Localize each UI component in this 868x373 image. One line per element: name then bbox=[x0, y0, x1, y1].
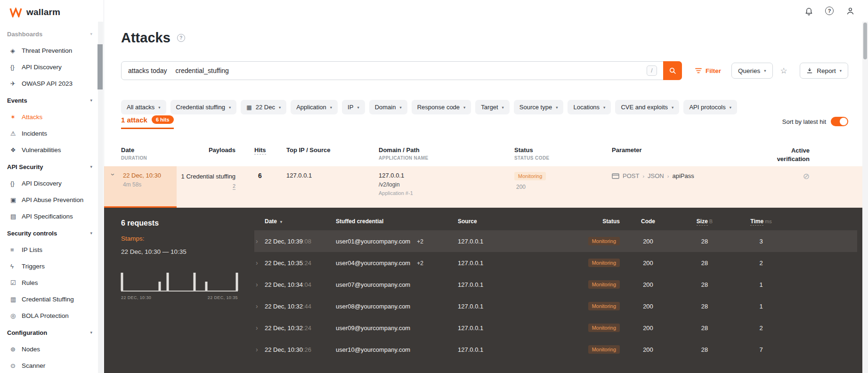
filter-chip[interactable]: Credential stuffing ▾ bbox=[170, 100, 237, 114]
expand-chevron-icon[interactable]: › bbox=[254, 324, 265, 332]
col-size[interactable]: SizeB bbox=[676, 218, 733, 225]
search-button[interactable] bbox=[663, 61, 682, 80]
request-code: 200 bbox=[620, 303, 676, 310]
filter-chip[interactable]: IP ▾ bbox=[342, 100, 365, 114]
request-row[interactable]: › 22 Dec, 10:35:24 user04@yourcompany.co… bbox=[254, 252, 857, 274]
sidebar-item[interactable]: ϟ Triggers ▾ bbox=[0, 258, 104, 275]
request-date: 22 Dec, 10:32:44 bbox=[265, 303, 336, 310]
sidebar-item[interactable]: ⊙ Scanner ▾ bbox=[0, 357, 104, 373]
help-icon[interactable]: ? bbox=[825, 6, 834, 16]
filter-chip[interactable]: API protocols ▾ bbox=[683, 100, 737, 114]
expand-chevron-icon[interactable]: › bbox=[254, 302, 265, 310]
attack-row[interactable]: › 22 Dec, 10:30 4m 58s 1 Credential stuf… bbox=[104, 166, 868, 208]
sidebar-item[interactable]: ◈ Threat Prevention ▾ bbox=[0, 42, 104, 59]
filter-chip[interactable]: ▦ 22 Dec ▾ bbox=[241, 100, 286, 114]
filter-chip[interactable]: Locations ▾ bbox=[568, 100, 611, 114]
filter-chip[interactable]: CVE and exploits ▾ bbox=[615, 100, 679, 114]
scanner-icon: ⊙ bbox=[10, 362, 22, 369]
page-help-icon[interactable]: ? bbox=[177, 34, 185, 42]
attack-top-ip: 127.0.0.1 bbox=[286, 172, 312, 179]
brand[interactable]: wallarm bbox=[0, 0, 104, 24]
sidebar-item[interactable]: ⊚ Nodes ▾ bbox=[0, 341, 104, 357]
filter-chip[interactable]: Source type ▾ bbox=[514, 100, 564, 114]
filter-chip-label: Response code bbox=[417, 104, 460, 111]
col-time[interactable]: Timems bbox=[733, 218, 789, 225]
sidebar-item[interactable]: {} API Discovery ▾ bbox=[0, 59, 104, 75]
stamps-link[interactable]: Stamps: bbox=[121, 235, 145, 242]
sidebar-item[interactable]: ❖ Vulnerabilities ▾ bbox=[0, 142, 104, 158]
request-size: 28 bbox=[676, 324, 733, 332]
sidebar-item[interactable]: ⚠ Incidents ▾ bbox=[0, 125, 104, 142]
sort-label: Sort by latest hit bbox=[782, 118, 826, 125]
page-scrollbar[interactable] bbox=[862, 22, 868, 373]
request-row[interactable]: › 22 Dec, 10:34:04 user07@yourcompany.co… bbox=[254, 274, 857, 295]
filter-chip[interactable]: All attacks ▾ bbox=[121, 100, 166, 114]
paper-plane-icon: ✈ bbox=[10, 80, 22, 87]
request-code: 200 bbox=[620, 324, 676, 332]
notifications-bell-icon[interactable] bbox=[804, 6, 813, 16]
sidebar-item[interactable]: ☑ Rules ▾ bbox=[0, 275, 104, 291]
search-token-1: attacks today bbox=[128, 67, 167, 74]
sidebar-item-label: Triggers bbox=[22, 263, 45, 270]
sidebar-item[interactable]: Security controls ▾ bbox=[0, 225, 104, 242]
request-row[interactable]: › 22 Dec, 10:32:44 user08@yourcompany.co… bbox=[254, 295, 857, 317]
collapse-chevron-icon[interactable]: › bbox=[109, 173, 117, 176]
attack-detail-panel: 6 requests Stamps: 22 Dec, 10:30 — 10:35… bbox=[104, 208, 868, 373]
request-row[interactable]: › 22 Dec, 10:39:08 user01@yourcompany.co… bbox=[254, 230, 857, 252]
sidebar-item[interactable]: Configuration ▾ bbox=[0, 324, 104, 341]
filter-chip-label: CVE and exploits bbox=[621, 104, 668, 111]
report-button[interactable]: Report ▾ bbox=[800, 63, 848, 79]
attack-date: 22 Dec, 10:30 bbox=[123, 172, 161, 179]
page-scrollbar-thumb[interactable] bbox=[863, 23, 867, 59]
expand-chevron-icon[interactable]: › bbox=[254, 259, 265, 267]
filter-button[interactable]: Filter bbox=[695, 67, 721, 74]
expand-chevron-icon[interactable]: › bbox=[254, 237, 265, 245]
col-request-date[interactable]: Date▼ bbox=[265, 218, 336, 225]
request-credential: user07@yourcompany.com bbox=[336, 281, 458, 288]
filter-chip[interactable]: Application ▾ bbox=[291, 100, 338, 114]
sidebar-item[interactable]: ✈ OWASP API 2023 ▾ bbox=[0, 75, 104, 92]
expand-chevron-icon[interactable]: › bbox=[254, 346, 265, 353]
search-input[interactable]: attacks today credential_stuffing / bbox=[121, 61, 682, 80]
request-row[interactable]: › 22 Dec, 10:30:26 user10@yourcompany.co… bbox=[254, 339, 857, 360]
sidebar-item[interactable]: ▥ Credential Stuffing ▾ bbox=[0, 291, 104, 308]
filter-chip-label: IP bbox=[348, 104, 353, 111]
sidebar-item[interactable]: ◎ BOLA Protection ▾ bbox=[0, 308, 104, 324]
sidebar-item[interactable]: ≡ IP Lists ▾ bbox=[0, 242, 104, 258]
user-icon[interactable] bbox=[845, 6, 855, 16]
sidebar-item-label: Nodes bbox=[22, 346, 40, 353]
sidebar-item-label: Events bbox=[7, 97, 27, 104]
request-time: 7 bbox=[733, 346, 789, 353]
topbar: ? bbox=[804, 6, 855, 16]
sidebar-item[interactable]: API Security ▾ bbox=[0, 158, 104, 175]
chevron-down-icon: ▾ bbox=[672, 105, 673, 110]
more-credentials-badge[interactable]: +2 bbox=[417, 260, 423, 267]
sidebar-item[interactable]: {} API Discovery ▾ bbox=[0, 175, 104, 192]
filter-chip[interactable]: Response code ▾ bbox=[412, 100, 471, 114]
sidebar-item-label: Rules bbox=[22, 279, 38, 286]
sidebar-item[interactable]: Events ▾ bbox=[0, 92, 104, 109]
sidebar-item[interactable]: ▤ API Specifications ▾ bbox=[0, 208, 104, 225]
attack-count-tab[interactable]: 1 attack 6 hits bbox=[121, 115, 174, 129]
favorite-star-icon[interactable]: ☆ bbox=[780, 66, 787, 76]
attack-hits: 6 bbox=[253, 172, 267, 179]
request-row[interactable]: › 22 Dec, 10:32:24 user09@yourcompany.co… bbox=[254, 317, 857, 339]
sidebar-scrollbar-thumb[interactable] bbox=[97, 44, 103, 89]
queries-dropdown[interactable]: Queries ▾ bbox=[731, 63, 773, 79]
sidebar-scrollbar[interactable] bbox=[98, 22, 103, 373]
payload-count[interactable]: 2 bbox=[233, 183, 235, 190]
request-time: 3 bbox=[733, 238, 789, 245]
filter-icon bbox=[695, 68, 702, 73]
sidebar-item[interactable]: ✶ Attacks ▾ bbox=[0, 109, 104, 125]
sidebar-item-label: Dashboards bbox=[7, 31, 42, 38]
request-code: 200 bbox=[620, 281, 676, 288]
more-credentials-badge[interactable]: +2 bbox=[417, 238, 423, 245]
col-hits-sort[interactable]: Hits bbox=[254, 146, 266, 154]
filter-chip[interactable]: Domain ▾ bbox=[369, 100, 407, 114]
sidebar-item[interactable]: ▣ API Abuse Prevention ▾ bbox=[0, 192, 104, 208]
brand-name: wallarm bbox=[26, 7, 60, 17]
sidebar-item[interactable]: Dashboards ▾ bbox=[0, 25, 104, 42]
sort-toggle[interactable] bbox=[831, 117, 848, 126]
expand-chevron-icon[interactable]: › bbox=[254, 281, 265, 288]
filter-chip[interactable]: Target ▾ bbox=[475, 100, 509, 114]
